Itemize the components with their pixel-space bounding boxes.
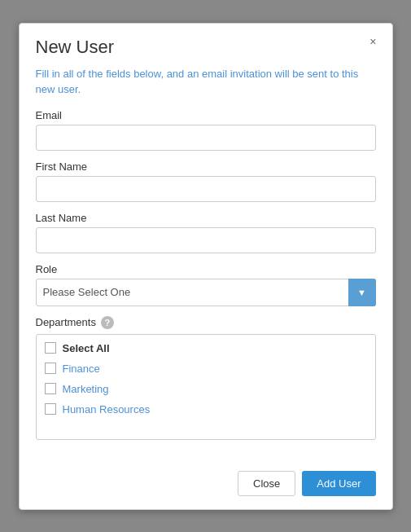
dept-name-bold: Select All (63, 342, 110, 354)
modal-title: New User (36, 37, 376, 58)
modal-body: Fill in all of the fields below, and an … (20, 66, 392, 463)
departments-label-row: Departments ? (36, 316, 376, 329)
dept-name-link: Marketing (63, 383, 109, 395)
modal-close-button[interactable]: × (365, 33, 380, 50)
dept-name-link: Human Resources (63, 403, 151, 415)
list-item[interactable]: Select All (37, 338, 375, 358)
last-name-input[interactable] (36, 227, 376, 253)
last-name-field-group: Last Name (36, 212, 376, 253)
modal-overlay: New User × Fill in all of the fields bel… (0, 0, 411, 532)
departments-list[interactable]: Select AllFinanceMarketingHuman Resource… (36, 334, 376, 440)
first-name-field-group: First Name (36, 160, 376, 202)
dept-name-link: Finance (63, 363, 100, 375)
departments-field-group: Departments ? Select AllFinanceMarketing… (36, 316, 376, 440)
list-item[interactable]: Human Resources (37, 399, 375, 420)
email-input[interactable] (36, 125, 376, 151)
help-icon[interactable]: ? (101, 316, 114, 329)
role-select-wrapper: Please Select OneAdminManagerUser (36, 279, 376, 306)
intro-text: Fill in all of the fields below, and an … (36, 66, 376, 98)
dept-checkbox[interactable] (45, 342, 56, 354)
first-name-input[interactable] (36, 176, 376, 202)
role-field-group: Role Please Select OneAdminManagerUser (36, 263, 376, 306)
modal-header: New User × (20, 24, 392, 66)
email-field-group: Email (36, 109, 376, 151)
dept-checkbox[interactable] (45, 403, 56, 415)
close-button[interactable]: Close (238, 471, 295, 496)
email-label: Email (36, 109, 376, 121)
role-select[interactable]: Please Select OneAdminManagerUser (36, 279, 376, 306)
list-item[interactable]: Finance (37, 358, 375, 379)
last-name-label: Last Name (36, 212, 376, 224)
new-user-modal: New User × Fill in all of the fields bel… (19, 23, 393, 510)
role-label: Role (36, 263, 376, 275)
first-name-label: First Name (36, 160, 376, 173)
dept-checkbox[interactable] (45, 383, 56, 394)
dept-checkbox[interactable] (45, 363, 56, 374)
list-item[interactable]: Marketing (37, 379, 375, 399)
add-user-button[interactable]: Add User (302, 471, 375, 496)
modal-footer: Close Add User (20, 463, 392, 509)
departments-label: Departments (36, 316, 96, 328)
